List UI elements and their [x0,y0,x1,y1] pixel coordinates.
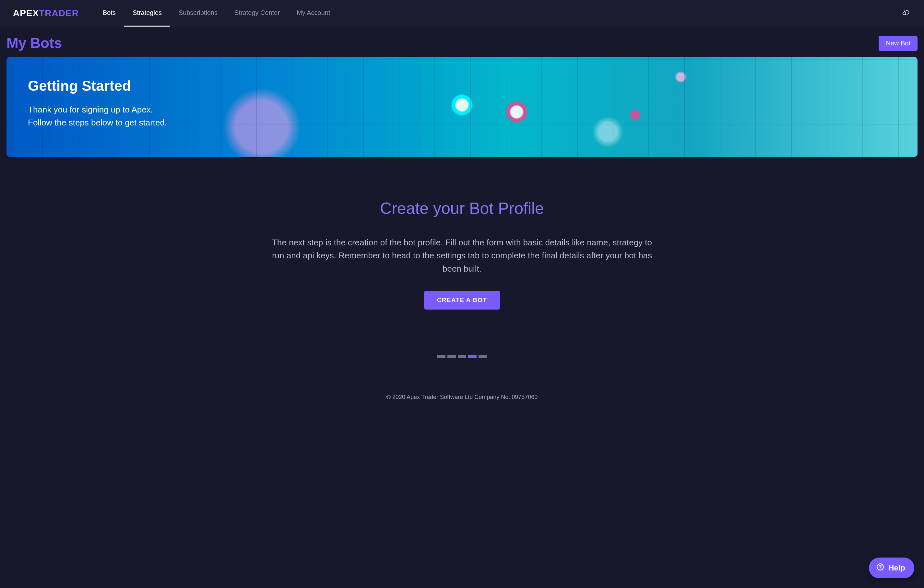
step-dot-3[interactable] [458,355,466,358]
footer-text: © 2020 Apex Trader Software Ltd Company … [386,394,538,400]
nav-item-my-account[interactable]: My Account [288,0,338,26]
topbar-right [901,8,911,18]
hero-title: Getting Started [28,78,167,94]
nav-item-strategy-center[interactable]: Strategy Center [226,0,288,26]
getting-started-banner: Getting Started Thank you for signing up… [7,57,917,157]
nav-item-bots[interactable]: Bots [94,0,124,26]
nav-item-strategies[interactable]: Strategies [124,0,170,26]
page-footer: © 2020 Apex Trader Software Ltd Company … [0,384,924,417]
hero-line-1: Thank you for signing up to Apex. [28,103,167,116]
top-navbar: APEXTRADER Bots Strategies Subscriptions… [0,0,924,26]
create-bot-desc: The next step is the creation of the bot… [271,236,653,275]
nav-item-label: Strategy Center [234,9,280,16]
step-dot-5[interactable] [478,355,487,358]
create-bot-button[interactable]: CREATE A BOT [424,291,500,310]
nav-item-label: Strategies [133,9,162,16]
brand-logo: APEXTRADER [13,8,79,18]
hero-content: Getting Started Thank you for signing up… [28,78,167,129]
step-dot-4[interactable] [468,355,477,358]
step-dot-1[interactable] [437,355,446,358]
help-icon [876,563,884,573]
nav-item-label: Subscriptions [179,9,218,16]
brand-right: TRADER [39,8,79,18]
nav-item-subscriptions[interactable]: Subscriptions [170,0,226,26]
nav-item-label: Bots [103,9,116,16]
new-bot-button[interactable]: New Bot [879,36,917,51]
help-label: Help [888,563,905,572]
megaphone-icon [902,8,911,18]
step-dot-2[interactable] [447,355,456,358]
svg-point-1 [880,568,880,569]
create-bot-title: Create your Bot Profile [271,199,653,218]
primary-nav: Bots Strategies Subscriptions Strategy C… [94,0,901,26]
page-header: My Bots New Bot [0,26,924,57]
page-title: My Bots [7,35,62,51]
create-bot-section: Create your Bot Profile The next step is… [258,157,666,384]
brand-left: APEX [13,8,39,18]
help-button[interactable]: Help [869,558,914,578]
nav-item-label: My Account [297,9,330,16]
announcements-button[interactable] [901,8,911,18]
hero-line-2: Follow the steps below to get started. [28,116,167,129]
step-pagination [271,355,653,358]
